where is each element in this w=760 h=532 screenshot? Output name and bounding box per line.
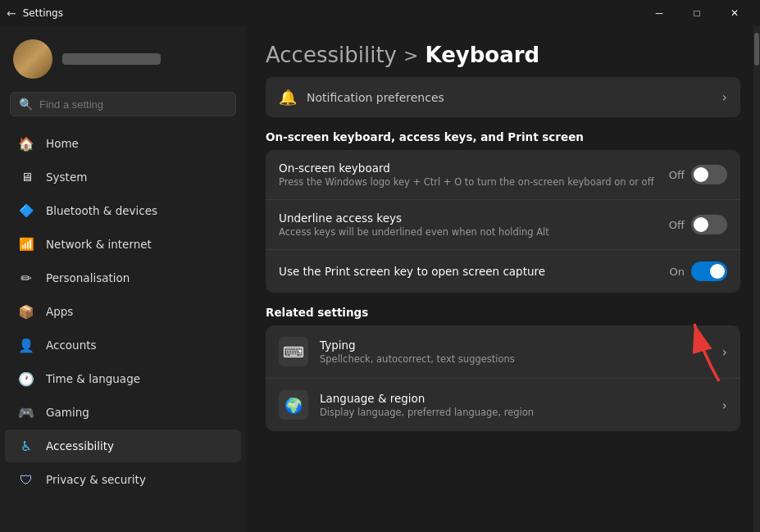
breadcrumb-separator: > (403, 45, 418, 66)
onscreen-keyboard-desc: Press the Windows logo key + Ctrl + O to… (279, 176, 669, 188)
onscreen-keyboard-row[interactable]: On-screen keyboard Press the Windows log… (266, 150, 740, 200)
underline-access-keys-row[interactable]: Underline access keys Access keys will b… (266, 200, 740, 250)
notification-preferences-row[interactable]: 🔔 Notification preferences › (266, 77, 740, 117)
related-typing-row[interactable]: ⌨ Typing Spellcheck, autocorrect, text s… (266, 325, 740, 379)
breadcrumb: Accessibility > Keyboard (266, 43, 740, 67)
sidebar-item-label-accounts: Accounts (46, 339, 97, 352)
underline-keys-title: Underline access keys (279, 211, 669, 225)
typing-desc: Spellcheck, autocorrect, text suggestion… (320, 353, 515, 365)
sidebar-item-label-apps: Apps (46, 305, 73, 318)
notification-icon: 🔔 (279, 89, 297, 106)
minimize-button[interactable]: ─ (640, 0, 678, 26)
sidebar-item-personalisation[interactable]: ✏️ Personalisation (5, 261, 241, 294)
underline-keys-toggle[interactable] (691, 215, 727, 234)
sidebar-profile (0, 26, 246, 89)
related-language-row[interactable]: 🌍 Language & region Display language, pr… (266, 379, 740, 431)
print-screen-toggle[interactable] (691, 261, 727, 281)
title-bar-left: ← Settings (7, 7, 63, 20)
sidebar-item-label-system: System (46, 171, 87, 184)
apps-icon: 📦 (18, 303, 34, 320)
language-title: Language & region (320, 392, 534, 405)
sidebar-item-label-personalisation: Personalisation (46, 271, 130, 284)
window-controls: ─ □ ✕ (640, 0, 753, 26)
bluetooth-icon: 🔷 (18, 202, 34, 219)
typing-chevron: › (722, 344, 727, 360)
underline-keys-state: Off (669, 219, 685, 231)
sidebar-item-accessibility[interactable]: ♿ Accessibility (5, 430, 241, 462)
sidebar-item-accounts[interactable]: 👤 Accounts (5, 329, 241, 361)
scrollbar-thumb[interactable] (754, 33, 759, 66)
language-icon: 🌍 (279, 390, 308, 420)
sidebar-nav: 🏠 Home 🖥 System 🔷 Bluetooth & devices 📶 … (0, 123, 246, 532)
typing-title: Typing (320, 339, 515, 352)
underline-keys-desc: Access keys will be underlined even when… (279, 226, 669, 238)
personalisation-icon: ✏️ (18, 270, 34, 286)
avatar (13, 39, 52, 79)
onscreen-keyboard-toggle[interactable] (691, 165, 727, 184)
content-scroll: 🔔 Notification preferences › On-screen k… (246, 77, 760, 532)
privacy-icon: 🛡 (18, 471, 34, 488)
content-header: Accessibility > Keyboard (246, 26, 760, 77)
search-icon: 🔍 (19, 98, 33, 111)
sidebar-item-system[interactable]: 🖥 System (5, 161, 241, 193)
sidebar-item-network[interactable]: 📶 Network & internet (5, 228, 241, 261)
sidebar-item-time[interactable]: 🕐 Time & language (5, 362, 241, 395)
sidebar-item-label-network: Network & internet (46, 238, 152, 251)
onscreen-keyboard-state: Off (669, 169, 685, 181)
home-icon: 🏠 (18, 135, 34, 152)
accessibility-icon: ♿ (18, 438, 34, 454)
print-screen-row[interactable]: Use the Print screen key to open screen … (266, 250, 740, 293)
toggle-thumb (694, 167, 708, 182)
print-screen-title: Use the Print screen key to open screen … (279, 265, 670, 278)
close-button[interactable]: ✕ (716, 0, 753, 26)
search-input[interactable] (39, 98, 227, 111)
sidebar-item-label-accessibility: Accessibility (46, 439, 114, 452)
system-icon: 🖥 (18, 169, 34, 185)
breadcrumb-parent: Accessibility (266, 43, 397, 67)
related-settings-card: ⌨ Typing Spellcheck, autocorrect, text s… (266, 325, 740, 431)
sidebar-item-label-time: Time & language (46, 372, 140, 385)
window-title: Settings (23, 7, 63, 19)
content-area: Accessibility > Keyboard 🔔 Notification … (246, 26, 760, 532)
sidebar: 🔍 🏠 Home 🖥 System 🔷 Bluetooth & devices … (0, 26, 246, 532)
scrollbar-track (753, 26, 760, 532)
onscreen-keyboard-title: On-screen keyboard (279, 161, 669, 175)
related-settings-section: Related settings ⌨ Typing Spellcheck, au… (266, 306, 740, 431)
sidebar-item-label-gaming: Gaming (46, 406, 89, 419)
back-icon[interactable]: ← (7, 7, 16, 20)
maximize-button[interactable]: □ (678, 0, 716, 26)
sidebar-item-bluetooth[interactable]: 🔷 Bluetooth & devices (5, 194, 241, 227)
time-icon: 🕐 (18, 371, 34, 387)
sidebar-item-label-privacy: Privacy & security (46, 473, 146, 486)
sidebar-item-gaming[interactable]: 🎮 Gaming (5, 396, 241, 429)
toggle-thumb-3 (710, 264, 725, 279)
breadcrumb-current: Keyboard (425, 43, 539, 67)
language-desc: Display language, preferred language, re… (320, 407, 534, 418)
notification-label: Notification preferences (307, 91, 444, 104)
typing-icon: ⌨ (279, 337, 308, 366)
sidebar-item-privacy[interactable]: 🛡 Privacy & security (5, 463, 241, 496)
language-chevron: › (722, 398, 727, 413)
print-screen-state: On (670, 266, 685, 278)
sidebar-item-label-home: Home (46, 137, 79, 150)
gaming-icon: 🎮 (18, 404, 34, 421)
sidebar-item-label-bluetooth: Bluetooth & devices (46, 204, 157, 217)
onscreen-settings-card: On-screen keyboard Press the Windows log… (266, 150, 740, 293)
sidebar-item-apps[interactable]: 📦 Apps (5, 295, 241, 328)
app-body: 🔍 🏠 Home 🖥 System 🔷 Bluetooth & devices … (0, 26, 760, 532)
related-section-heading: Related settings (266, 306, 740, 319)
notification-chevron: › (722, 89, 727, 105)
sidebar-item-home[interactable]: 🏠 Home (5, 127, 241, 160)
toggle-thumb-2 (694, 217, 708, 232)
network-icon: 📶 (18, 236, 34, 252)
profile-name-blur (62, 53, 161, 65)
title-bar: ← Settings ─ □ ✕ (0, 0, 760, 26)
onscreen-section-heading: On-screen keyboard, access keys, and Pri… (266, 130, 740, 143)
search-box[interactable]: 🔍 (10, 92, 236, 116)
accounts-icon: 👤 (18, 337, 34, 353)
